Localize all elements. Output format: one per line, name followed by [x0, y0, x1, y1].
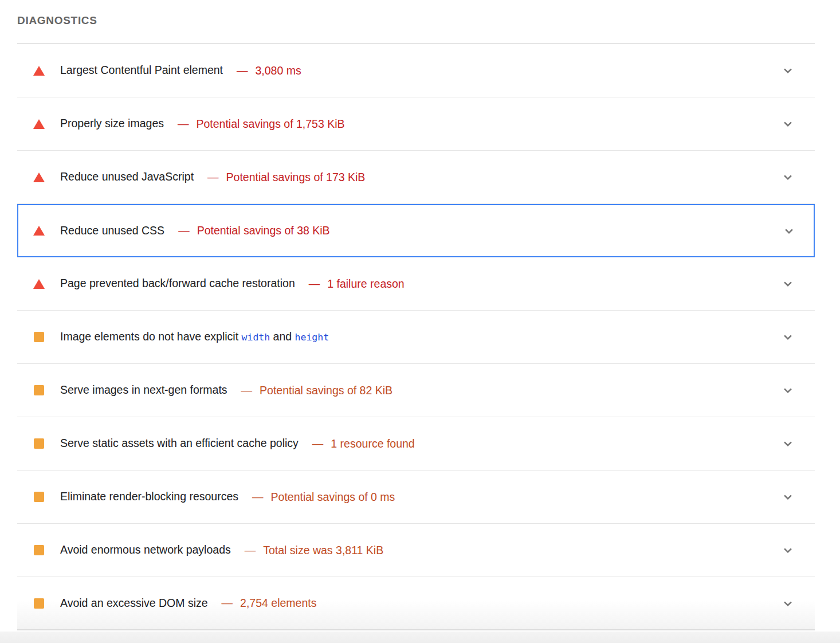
audit-title: Serve static assets with an efficient ca…	[60, 436, 299, 450]
audit-row[interactable]: Properly size images —Potential savings …	[17, 97, 815, 151]
audit-display-value: —3,080 ms	[223, 64, 301, 77]
audit-display-value: —1 failure reason	[295, 277, 405, 291]
audit-display-value: —Potential savings of 1,753 KiB	[164, 117, 345, 131]
value-separator: —	[178, 117, 189, 130]
audit-title: Reduce unused CSS	[60, 224, 164, 238]
chevron-down-icon[interactable]	[780, 543, 795, 558]
value-separator: —	[207, 171, 219, 183]
audit-row[interactable]: Avoid enormous network payloads —Total s…	[17, 524, 815, 577]
audit-title: Page prevented back/forward cache restor…	[60, 276, 295, 291]
value-separator: —	[309, 277, 320, 290]
audit-row[interactable]: Largest Contentful Paint element —3,080 …	[17, 44, 815, 97]
audit-title: Image elements do not have explicit widt…	[60, 330, 329, 344]
chevron-down-icon[interactable]	[780, 596, 795, 611]
fail-triangle-icon	[33, 66, 45, 76]
audit-row[interactable]: Reduce unused JavaScript —Potential savi…	[17, 151, 815, 204]
audit-display-value: —Potential savings of 82 KiB	[227, 384, 392, 397]
fail-triangle-icon	[33, 279, 45, 289]
chevron-down-icon[interactable]	[780, 170, 795, 185]
chevron-down-icon[interactable]	[780, 436, 795, 451]
warning-square-icon	[33, 438, 45, 449]
diagnostics-list: Largest Contentful Paint element —3,080 …	[17, 44, 815, 630]
audit-display-value: —1 resource found	[299, 437, 415, 450]
value-separator: —	[222, 597, 233, 609]
audit-row[interactable]: Serve static assets with an efficient ca…	[17, 417, 815, 471]
value-separator: —	[245, 544, 256, 556]
audit-row[interactable]: Reduce unused CSS —Potential savings of …	[17, 204, 815, 257]
chevron-down-icon[interactable]	[780, 63, 795, 78]
diagnostics-heading: DIAGNOSTICS	[17, 13, 815, 28]
section-footer	[0, 632, 840, 643]
audit-row[interactable]: Serve images in next-gen formats —Potent…	[17, 364, 815, 417]
chevron-down-icon[interactable]	[782, 224, 796, 238]
audit-title: Eliminate render-blocking resources	[60, 489, 238, 504]
audit-title: Serve images in next-gen formats	[60, 383, 227, 397]
audit-display-value: —Potential savings of 0 ms	[238, 491, 395, 504]
audit-display-value: —2,754 elements	[208, 597, 317, 610]
audit-display-value: —Potential savings of 38 KiB	[164, 224, 329, 237]
chevron-down-icon[interactable]	[780, 116, 795, 131]
value-separator: —	[252, 491, 264, 503]
warning-square-icon	[33, 492, 45, 502]
audit-row[interactable]: Page prevented back/forward cache restor…	[17, 257, 815, 311]
audit-row[interactable]: Eliminate render-blocking resources —Pot…	[17, 471, 815, 524]
value-separator: —	[241, 384, 253, 397]
audit-title: Largest Contentful Paint element	[60, 63, 223, 77]
warning-square-icon	[33, 545, 45, 555]
chevron-down-icon[interactable]	[780, 383, 795, 398]
chevron-down-icon[interactable]	[780, 489, 795, 504]
audit-row[interactable]: Image elements do not have explicit widt…	[17, 311, 815, 364]
code-snippet: height	[295, 332, 329, 343]
audit-display-value: —Potential savings of 173 KiB	[194, 171, 365, 184]
code-snippet: width	[242, 332, 270, 343]
fail-triangle-icon	[33, 172, 45, 182]
value-separator: —	[312, 437, 324, 450]
fail-triangle-icon	[33, 119, 45, 129]
audit-display-value: —Total size was 3,811 KiB	[231, 544, 383, 557]
warning-square-icon	[33, 598, 45, 609]
diagnostics-header: DIAGNOSTICS	[17, 0, 815, 44]
audit-row[interactable]: Avoid an excessive DOM size —2,754 eleme…	[17, 577, 815, 630]
value-separator: —	[237, 64, 248, 77]
chevron-down-icon[interactable]	[780, 276, 795, 291]
audit-title: Avoid enormous network payloads	[60, 543, 231, 557]
audit-title: Avoid an excessive DOM size	[60, 596, 208, 610]
warning-square-icon	[33, 385, 45, 395]
audit-title: Properly size images	[60, 116, 164, 131]
warning-square-icon	[33, 332, 45, 342]
value-separator: —	[178, 224, 190, 237]
chevron-down-icon[interactable]	[780, 330, 795, 344]
fail-triangle-icon	[33, 226, 45, 236]
audit-title: Reduce unused JavaScript	[60, 170, 194, 184]
diagnostics-section: DIAGNOSTICS Largest Contentful Paint ele…	[17, 0, 815, 630]
